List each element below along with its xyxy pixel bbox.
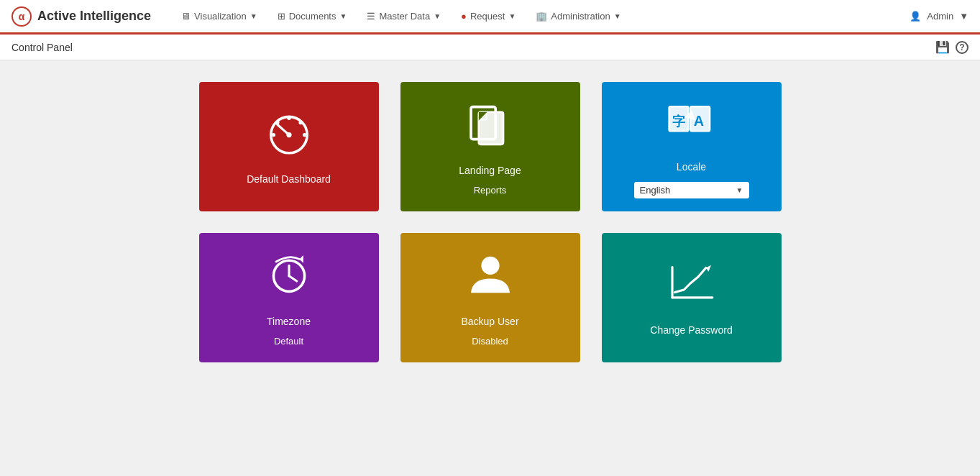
- nav-documents[interactable]: ⊞ Documents ▼: [269, 6, 356, 26]
- backup-user-icon: [464, 249, 516, 308]
- svg-point-25: [481, 257, 499, 275]
- dashboard-label: Default Dashboard: [247, 173, 331, 187]
- chevron-down-icon-4: ▼: [508, 12, 516, 20]
- nav-request[interactable]: ● Request ▼: [452, 6, 524, 26]
- svg-text:A: A: [693, 113, 703, 129]
- chevron-down-icon: ▼: [250, 12, 257, 20]
- administration-nav-icon: 🏢: [536, 11, 547, 22]
- timezone-sublabel: Default: [274, 336, 303, 347]
- main-content: Default Dashboard Landing Page Reports: [0, 60, 980, 384]
- chevron-down-icon-2: ▼: [339, 12, 347, 20]
- svg-point-7: [302, 133, 306, 137]
- brand-letter: α: [19, 11, 25, 22]
- svg-marker-24: [299, 255, 303, 263]
- change-password-icon: [666, 257, 718, 316]
- tile-default-dashboard[interactable]: Default Dashboard: [199, 82, 379, 211]
- documents-nav-icon: ⊞: [278, 11, 285, 22]
- nav-visualization-label: Visualization: [194, 11, 247, 22]
- user-chevron-icon[interactable]: ▼: [959, 11, 968, 22]
- chevron-down-icon-3: ▼: [434, 12, 441, 20]
- svg-text:字: 字: [672, 114, 686, 129]
- dashboard-icon: [263, 106, 315, 165]
- toolbar-actions: 💾 ?: [935, 40, 968, 54]
- tile-backup-user[interactable]: Backup User Disabled: [400, 233, 580, 362]
- user-label: Admin: [927, 11, 953, 22]
- visualization-icon: 🖥: [181, 11, 191, 22]
- svg-point-2: [286, 132, 291, 137]
- svg-point-4: [275, 121, 279, 124]
- svg-point-5: [287, 116, 290, 120]
- user-icon: 👤: [910, 11, 921, 22]
- chevron-down-icon-5: ▼: [614, 12, 621, 20]
- help-icon[interactable]: ?: [956, 41, 968, 54]
- tile-landing-page[interactable]: Landing Page Reports: [400, 82, 580, 211]
- nav-administration[interactable]: 🏢 Administration ▼: [527, 6, 629, 26]
- navbar-nav: 🖥 Visualization ▼ ⊞ Documents ▼ ☰ Master…: [173, 6, 910, 26]
- landing-page-sublabel: Reports: [474, 185, 507, 196]
- svg-line-23: [289, 276, 297, 281]
- backup-user-sublabel: Disabled: [472, 336, 508, 347]
- locale-select[interactable]: English French Spanish German Japanese: [634, 182, 749, 198]
- nav-masterdata-label: Master Data: [379, 11, 430, 22]
- toolbar: Control Panel 💾 ?: [0, 35, 980, 60]
- locale-select-wrapper[interactable]: English French Spanish German Japanese: [634, 182, 749, 198]
- svg-point-3: [271, 133, 275, 137]
- tiles-grid: Default Dashboard Landing Page Reports: [86, 82, 894, 362]
- landing-page-icon: [464, 98, 516, 157]
- tile-timezone[interactable]: Timezone Default: [199, 233, 379, 362]
- landing-page-label: Landing Page: [459, 164, 521, 178]
- navbar-right: 👤 Admin ▼: [910, 11, 968, 22]
- brand[interactable]: α Active Intelligence: [12, 6, 151, 27]
- breadcrumb: Control Panel: [12, 42, 73, 53]
- nav-visualization[interactable]: 🖥 Visualization ▼: [173, 6, 266, 26]
- brand-logo: α: [12, 6, 32, 27]
- backup-user-label: Backup User: [461, 315, 518, 329]
- nav-documents-label: Documents: [289, 11, 336, 22]
- svg-marker-28: [705, 265, 710, 272]
- change-password-label: Change Password: [650, 324, 732, 338]
- svg-point-6: [298, 121, 302, 124]
- timezone-label: Timezone: [267, 315, 311, 329]
- tile-locale[interactable]: A 字 Locale English French: [602, 82, 782, 211]
- navbar: α Active Intelligence 🖥 Visualization ▼ …: [0, 0, 980, 35]
- request-nav-icon: ●: [461, 11, 467, 22]
- brand-name: Active Intelligence: [37, 9, 151, 24]
- nav-administration-label: Administration: [551, 11, 610, 22]
- timezone-icon: [263, 249, 315, 308]
- nav-masterdata[interactable]: ☰ Master Data ▼: [358, 6, 449, 26]
- nav-request-label: Request: [470, 11, 505, 22]
- masterdata-nav-icon: ☰: [367, 11, 375, 22]
- save-icon[interactable]: 💾: [935, 40, 950, 54]
- tile-change-password[interactable]: Change Password: [602, 233, 782, 362]
- locale-icon: A 字: [666, 95, 718, 153]
- locale-label: Locale: [677, 160, 706, 175]
